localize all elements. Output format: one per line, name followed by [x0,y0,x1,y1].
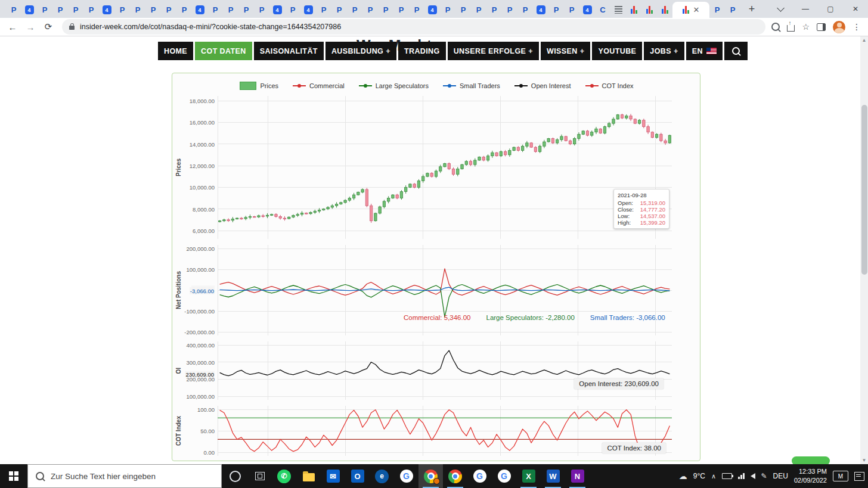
nav-item-trading[interactable]: TRADING [398,42,446,60]
browser-tab[interactable]: P [409,2,424,18]
chrome-icon[interactable] [418,464,443,488]
browser-tab[interactable]: P [223,2,238,18]
legend-item-large-speculators[interactable]: Large Speculators [359,82,429,89]
nav-item-saisonalit-t[interactable]: SAISONALITÄT [254,42,324,60]
browser-tab[interactable]: P [6,2,21,18]
browser-tab[interactable]: P [285,2,300,18]
address-bar[interactable]: insider-week.com/de/cot/nasdaq-e-mini/?c… [62,19,765,35]
active-tab[interactable]: ✕ [672,2,709,18]
browser-tab[interactable]: P [52,2,68,18]
tray-expand-icon[interactable]: ∧ [711,473,716,480]
file-explorer-icon[interactable] [296,464,321,488]
weather-cloud-icon[interactable]: ☁ [679,471,687,481]
browser-tab[interactable]: P [455,2,471,18]
browser-tab[interactable]: P [347,2,362,18]
pen-icon[interactable]: ✎ [761,472,767,480]
browser-tab[interactable]: 4 [99,2,114,18]
whatsapp-icon[interactable]: ✆ [272,464,296,488]
browser-tab[interactable]: C [595,2,610,18]
cookie-button-fragment[interactable] [792,456,830,464]
close-window-button[interactable]: ✕ [843,0,868,18]
new-tab-button[interactable]: + [744,1,760,17]
browser-tab[interactable]: P [378,2,393,18]
page-scrollbar[interactable]: ▲ ▼ [860,36,868,464]
keyboard-language[interactable]: DEU [773,472,788,480]
browser-tab[interactable]: P [393,2,409,18]
tab-search-button[interactable] [768,0,793,18]
browser-tab[interactable]: P [725,2,740,18]
ime-icon[interactable]: M [833,471,848,481]
browser-tab[interactable]: P [238,2,254,18]
cot-index-plot[interactable]: COT Index: 38.00 [218,406,672,456]
maximize-button[interactable]: ▢ [818,0,843,18]
browser-tab[interactable]: P [145,2,161,18]
tab-close-icon[interactable]: ✕ [693,6,700,14]
browser-tab[interactable]: P [362,2,378,18]
browser-tab[interactable]: P [316,2,331,18]
browser-tab[interactable]: P [471,2,486,18]
browser-tab[interactable]: P [161,2,176,18]
google-icon[interactable]: G [492,464,516,488]
taskbar-search[interactable]: Zur Suche Text hier eingeben [27,464,222,488]
browser-tab[interactable]: 4 [579,2,595,18]
browser-tab[interactable]: 4 [300,2,316,18]
legend-item-prices[interactable]: Prices [240,82,278,90]
onenote-icon[interactable]: N [565,464,590,488]
nav-item-cot-daten[interactable]: COT DATEN [195,42,252,60]
minimize-button[interactable]: — [793,0,818,18]
browser-tab[interactable] [610,2,626,18]
browser-tab[interactable]: 4 [192,2,207,18]
browser-tab[interactable] [626,2,641,18]
net-positions-plot[interactable]: Commercial: 5,346.00 Large Speculators: … [218,245,672,335]
browser-tab[interactable]: P [114,2,130,18]
browser-tab[interactable]: P [486,2,502,18]
profile-avatar[interactable] [833,21,845,33]
reload-button[interactable]: ⟳ [41,19,56,35]
outlook-icon[interactable]: O [345,464,370,488]
chrome-icon[interactable] [443,464,467,488]
start-button[interactable] [0,464,27,488]
oi-plot[interactable]: Open Interest: 230,609.00 [218,341,672,400]
browser-tab[interactable]: P [37,2,52,18]
zoom-icon[interactable] [771,23,780,31]
google-icon[interactable]: G [394,464,418,488]
browser-tab[interactable]: 4 [424,2,440,18]
browser-tab[interactable]: 4 [533,2,548,18]
browser-tab[interactable]: P [548,2,564,18]
nav-item-wissen[interactable]: WISSEN+ [541,42,590,60]
network-icon[interactable] [738,473,745,479]
scroll-down-arrow[interactable]: ▼ [860,456,868,464]
edge-icon[interactable]: e [370,464,394,488]
scroll-up-arrow[interactable]: ▲ [860,36,868,44]
google-icon[interactable]: G [467,464,492,488]
back-button[interactable]: ← [5,19,20,35]
browser-tab[interactable] [657,2,672,18]
browser-tab[interactable]: P [331,2,347,18]
browser-tab[interactable]: P [130,2,145,18]
browser-tab[interactable]: P [68,2,83,18]
clock[interactable]: 12:33 PM 02/09/2022 [794,467,827,485]
legend-item-open-interest[interactable]: Open Interest [514,82,571,89]
volume-icon[interactable] [751,473,755,479]
nav-item-jobs[interactable]: JOBS+ [644,42,684,60]
nav-item-unsere-erfolge[interactable]: UNSERE ERFOLGE+ [448,42,539,60]
temperature-label[interactable]: 9°C [693,472,705,480]
https-lock-icon[interactable] [69,26,75,30]
word-icon[interactable]: W [541,464,565,488]
browser-tab[interactable] [641,2,657,18]
share-icon[interactable] [787,25,795,32]
legend-item-cot-index[interactable]: COT Index [585,82,634,89]
browser-tab[interactable]: P [517,2,533,18]
browser-tab[interactable]: 4 [21,2,37,18]
forward-button[interactable]: → [23,19,38,35]
browser-tab[interactable]: P [176,2,192,18]
prices-plot[interactable]: 2021-09-28 Open:15,319.00 Close:14,777.2… [218,96,672,239]
browser-tab[interactable]: P [207,2,223,18]
mail-icon[interactable]: ✉ [321,464,345,488]
nav-item-ausbildung[interactable]: AUSBILDUNG+ [326,42,396,60]
nav-item-youtube[interactable]: YOUTUBE [592,42,642,60]
excel-icon[interactable]: X [516,464,541,488]
browser-tab[interactable]: P [83,2,99,18]
cortana-icon[interactable] [223,464,247,488]
menu-kebab-icon[interactable]: ⋮ [852,22,861,32]
